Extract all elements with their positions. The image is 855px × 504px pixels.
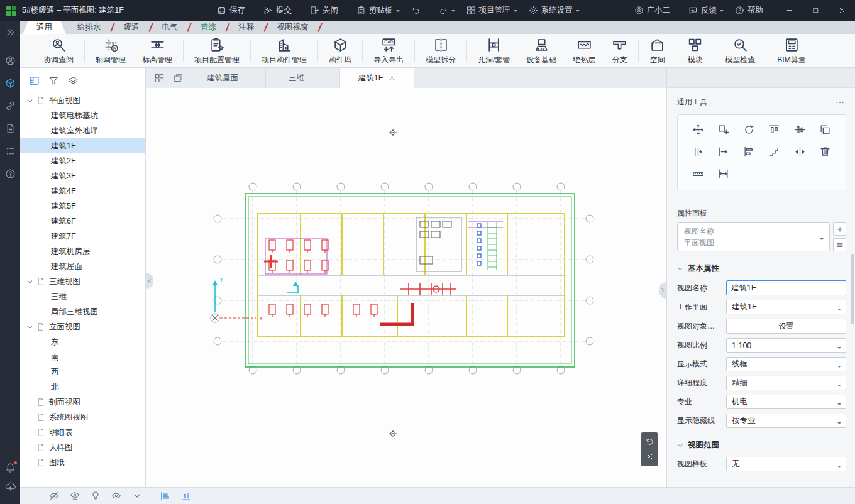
activity-button[interactable] — [5, 78, 16, 89]
tree-item[interactable]: 建筑2F — [20, 153, 145, 168]
tree-item[interactable]: 建筑电梯基坑 — [20, 108, 145, 123]
ribbon-tool-button[interactable]: 协调查阅 — [35, 34, 82, 67]
canvas-tab[interactable]: 三维 — [266, 68, 340, 88]
tree-item[interactable]: 建筑6F — [20, 214, 145, 229]
offset-icon[interactable] — [692, 146, 704, 158]
collapse-left-panel-handle[interactable] — [146, 273, 153, 289]
eye-off-icon[interactable] — [49, 491, 59, 501]
ribbon-tool-button[interactable]: CAD 导入导出 — [365, 34, 412, 67]
ribbon-tab[interactable]: 注释 — [228, 21, 266, 34]
ribbon-tab[interactable]: 通用 — [23, 21, 66, 34]
activity-button[interactable] — [5, 481, 16, 491]
ribbon-tab[interactable]: 视图视窗 — [266, 21, 320, 34]
window-control-button[interactable] — [802, 0, 829, 21]
align-floor-icon[interactable] — [181, 491, 192, 501]
settings-button[interactable]: 设置 — [726, 319, 846, 334]
close-tab-icon[interactable] — [389, 75, 395, 82]
ribbon-tool-button[interactable]: 标高管理 — [134, 34, 180, 67]
history-undo-icon[interactable] — [645, 437, 654, 447]
bulb-icon[interactable] — [91, 491, 101, 501]
ribbon-tool-button[interactable]: 模块 — [679, 34, 711, 67]
more-options-icon[interactable] — [835, 97, 845, 107]
activity-button[interactable] — [5, 168, 16, 179]
tree-item[interactable]: 三维视图 — [20, 274, 145, 289]
measure-icon[interactable] — [692, 168, 704, 180]
history-button[interactable] — [433, 0, 461, 21]
delete-icon[interactable] — [819, 146, 831, 158]
window-control-button[interactable] — [829, 0, 855, 21]
panel-columns-icon[interactable] — [29, 75, 40, 86]
tree-item[interactable]: 明细表 — [20, 425, 145, 440]
tree-item[interactable]: 北 — [20, 380, 145, 395]
ribbon-tab[interactable]: 给排水 — [66, 21, 113, 34]
account-button[interactable]: 反馈 — [683, 0, 729, 21]
close-x-icon[interactable] — [645, 452, 654, 461]
step-copy-icon[interactable] — [768, 146, 780, 158]
history-button[interactable] — [405, 0, 433, 21]
view-compass-icon[interactable] — [389, 429, 397, 438]
filter-icon[interactable] — [48, 75, 59, 86]
activity-button[interactable] — [5, 55, 16, 66]
mirror-icon[interactable] — [794, 146, 806, 158]
property-select[interactable]: 线框 — [726, 357, 846, 371]
ribbon-tool-button[interactable]: 项目配置管理 — [186, 34, 248, 67]
ribbon-tool-button[interactable]: A 轴网管理 — [87, 34, 134, 67]
tree-item[interactable]: 建筑机房层 — [20, 244, 145, 259]
view-compass-icon[interactable] — [389, 128, 397, 137]
ribbon-tool-button[interactable]: 模型检查 — [717, 34, 763, 67]
tree-item[interactable]: 三维 — [20, 289, 145, 304]
activity-button[interactable] — [5, 123, 16, 134]
tree-item[interactable]: 建筑5F — [20, 199, 145, 214]
property-select[interactable]: 无 — [726, 457, 846, 471]
align-objects-icon[interactable] — [160, 491, 170, 501]
activity-button[interactable] — [5, 101, 16, 111]
eye-icon[interactable] — [111, 491, 121, 501]
new-window-icon[interactable] — [173, 73, 184, 84]
property-select[interactable]: 机电 — [726, 395, 846, 409]
tree-item[interactable]: 西 — [20, 364, 145, 380]
rotate-icon[interactable] — [743, 124, 755, 136]
ribbon-tool-button[interactable]: 空间 — [641, 34, 673, 67]
ribbon-tab[interactable]: 电气 — [151, 21, 189, 34]
tree-item[interactable]: 立面视图 — [20, 319, 145, 334]
tile-views-icon[interactable] — [154, 73, 165, 84]
ribbon-tool-button[interactable]: 绝热层 — [565, 34, 604, 67]
ribbon-tab[interactable]: 暖通 — [113, 21, 151, 34]
expand-arrow-icon[interactable] — [26, 324, 33, 331]
activity-button[interactable] — [5, 27, 16, 38]
section-basic-properties[interactable]: 基本属性 — [677, 263, 846, 274]
ribbon-tab[interactable]: 管综 — [189, 21, 228, 34]
section-view-range[interactable]: 视图范围 — [677, 440, 846, 451]
tree-item[interactable]: 剖面视图 — [20, 395, 145, 410]
selector-side-button[interactable] — [833, 238, 846, 251]
tree-item[interactable]: 东 — [20, 334, 145, 349]
selector-side-button[interactable] — [833, 222, 846, 236]
ribbon-tool-button[interactable]: 孔洞/套管 — [470, 34, 518, 67]
tree-item[interactable]: 局部三维视图 — [20, 304, 145, 319]
ribbon-tool-button[interactable]: 模型拆分 — [417, 34, 464, 67]
tree-item[interactable]: 建筑室外地坪 — [20, 123, 145, 138]
tree-item[interactable]: 建筑4F — [20, 184, 145, 199]
activity-button[interactable] — [5, 146, 16, 156]
property-select[interactable]: 按专业 — [726, 414, 846, 428]
titlebar-action-button[interactable]: 剪贴板 — [351, 0, 405, 21]
move-icon[interactable] — [692, 124, 704, 136]
duplicate-icon[interactable] — [819, 124, 831, 136]
tree-item[interactable]: 建筑3F — [20, 168, 145, 184]
property-select[interactable]: 1:100 — [726, 338, 846, 353]
ribbon-tool-button[interactable]: BIM算量 — [769, 34, 814, 67]
property-input[interactable] — [726, 280, 846, 295]
tree-item[interactable]: 南 — [20, 349, 145, 364]
drawing-canvas[interactable]: Y X — [146, 88, 666, 487]
canvas-tab[interactable]: 建筑屋面 — [192, 68, 266, 88]
titlebar-menu-button[interactable]: 系统设置 — [523, 0, 585, 21]
copy-add-icon[interactable] — [717, 124, 729, 136]
dimension-icon[interactable] — [717, 168, 729, 180]
ribbon-tool-button[interactable]: 项目构件管理 — [253, 34, 315, 67]
view-type-selector[interactable]: 视图名称 平面视图 — [677, 222, 830, 251]
ribbon-tool-button[interactable]: 设备基础 — [518, 34, 565, 67]
ribbon-tool-button[interactable]: 构件坞 — [321, 34, 360, 67]
align-middle-icon[interactable] — [794, 124, 806, 136]
property-select[interactable]: 建筑1F — [726, 300, 846, 314]
tree-item[interactable]: 系统图视图 — [20, 410, 145, 425]
